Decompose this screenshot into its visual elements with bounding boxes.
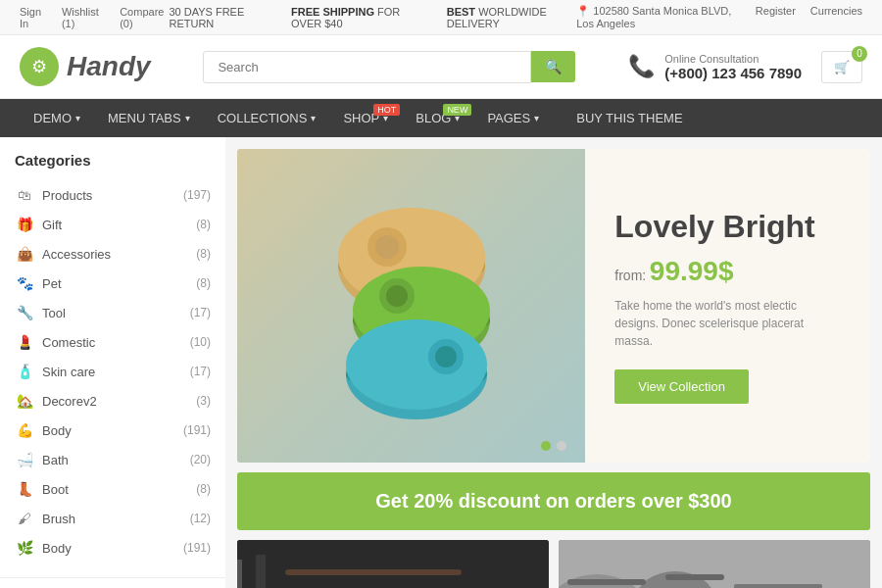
header-right: 📞 Online Consultation (+800) 123 456 789… xyxy=(628,51,862,83)
category-icon: 🐾 xyxy=(15,273,34,293)
category-name: Accessories xyxy=(42,247,111,262)
category-item[interactable]: 💪Body(191) xyxy=(15,416,211,445)
promo-delivery: BEST WORLDWIDE DELIVERY xyxy=(447,6,576,29)
category-name: Skin care xyxy=(42,365,95,379)
category-item[interactable]: 🐾Pet(8) xyxy=(15,269,211,298)
category-icon: 🛍 xyxy=(15,185,34,205)
svg-rect-28 xyxy=(285,569,462,575)
sidebar: Categories 🛍Products(197)🎁Gift(8)👜Access… xyxy=(0,137,225,588)
nav-buy-theme[interactable]: BUY THIS THEME xyxy=(563,99,696,137)
nav-menu-tabs[interactable]: MENU TABS ▾ xyxy=(94,99,204,137)
consultation: 📞 Online Consultation (+800) 123 456 789… xyxy=(628,53,802,81)
currencies-link[interactable]: Currencies xyxy=(810,5,862,29)
hero-from: from: xyxy=(614,268,646,283)
hero-price-row: from: 99.99$ xyxy=(614,256,841,287)
hero-text: Lovely Bright from: 99.99$ Take home the… xyxy=(585,149,870,463)
nav-pages[interactable]: PAGES ▾ xyxy=(473,99,553,137)
hero-price: 99.99$ xyxy=(650,256,734,286)
hero-banner: Lovely Bright from: 99.99$ Take home the… xyxy=(237,149,870,463)
dot-1[interactable] xyxy=(541,441,551,451)
category-item[interactable]: 🌿Body(191) xyxy=(15,533,211,563)
category-icon: 🖌 xyxy=(15,509,34,528)
search-input[interactable] xyxy=(203,51,531,83)
category-count: (17) xyxy=(190,365,211,378)
phone-icon: 📞 xyxy=(628,54,655,79)
dot-2[interactable] xyxy=(557,441,566,451)
svg-point-23 xyxy=(435,346,457,368)
compare-link[interactable]: Compare (0) xyxy=(120,6,169,29)
category-item[interactable]: 🧴Skin care(17) xyxy=(15,357,211,386)
category-name: Body xyxy=(42,423,72,438)
svg-rect-38 xyxy=(734,584,822,588)
bowls-svg xyxy=(274,169,549,443)
category-item[interactable]: 🛍Products(197) xyxy=(15,180,211,210)
category-item[interactable]: 👢Boot(8) xyxy=(15,474,211,504)
category-item[interactable]: 🏡Decorev2(3) xyxy=(15,386,211,416)
category-list: 🛍Products(197)🎁Gift(8)👜Accessories(8)🐾Pe… xyxy=(15,180,211,563)
consultation-details: Online Consultation (+800) 123 456 7890 xyxy=(664,53,802,81)
category-icon: 🎁 xyxy=(15,215,34,234)
logo-icon: ⚙ xyxy=(20,47,59,86)
category-count: (8) xyxy=(196,218,211,231)
category-count: (191) xyxy=(183,541,211,555)
consultation-label: Online Consultation xyxy=(664,53,802,65)
category-icon: 🧴 xyxy=(15,362,34,381)
category-item[interactable]: 👜Accessories(8) xyxy=(15,239,211,269)
hot-badge: HOT xyxy=(373,104,400,116)
category-name: Brush xyxy=(42,512,75,526)
logo-text: Handy xyxy=(67,51,151,82)
svg-rect-26 xyxy=(237,560,242,588)
view-collection-button[interactable]: View Collection xyxy=(614,369,749,404)
nav-blog[interactable]: BLOG ▾NEW xyxy=(402,99,473,137)
svg-rect-27 xyxy=(256,555,266,588)
category-count: (10) xyxy=(190,335,211,349)
category-name: Tool xyxy=(42,306,66,320)
category-count: (8) xyxy=(196,276,211,290)
top-bar-promos: 30 DAYS FREE RETURN FREE SHIPPING FOR OV… xyxy=(169,6,576,29)
category-count: (3) xyxy=(196,394,211,408)
nav-shop[interactable]: SHOP ▾HOT xyxy=(329,99,402,137)
bottom-images xyxy=(237,540,870,588)
svg-point-18 xyxy=(386,285,408,307)
wishlist-link[interactable]: Wishlist (1) xyxy=(62,6,105,29)
category-item[interactable]: 🖌Brush(12) xyxy=(15,504,211,533)
category-item[interactable]: 🔧Tool(17) xyxy=(15,298,211,327)
hero-headline: Lovely Bright xyxy=(614,208,841,245)
category-name: Decorev2 xyxy=(42,394,97,409)
category-count: (191) xyxy=(183,423,211,437)
category-name: Gift xyxy=(42,218,62,232)
promo-return: 30 DAYS FREE RETURN xyxy=(169,6,271,29)
register-link[interactable]: Register xyxy=(756,5,796,29)
category-item[interactable]: 🎁Gift(8) xyxy=(15,210,211,239)
bottom-image-left xyxy=(237,540,549,588)
nav-demo[interactable]: DEMO ▾ xyxy=(20,99,94,137)
category-name: Bath xyxy=(42,453,69,467)
logo[interactable]: ⚙ Handy xyxy=(20,47,151,86)
category-count: (8) xyxy=(196,482,211,496)
hero-image xyxy=(237,149,585,463)
cart-badge: 0 xyxy=(852,46,867,62)
svg-point-13 xyxy=(375,235,399,259)
address: 📍 102580 Santa Monica BLVD, Los Angeles xyxy=(576,5,741,29)
categories-section: Categories 🛍Products(197)🎁Gift(8)👜Access… xyxy=(0,137,225,578)
category-count: (17) xyxy=(190,306,211,319)
signin-link[interactable]: Sign In xyxy=(20,6,47,29)
cart-button[interactable]: 🛒 0 xyxy=(821,51,862,83)
category-icon: 🌿 xyxy=(15,538,34,558)
svg-rect-36 xyxy=(567,579,646,585)
nav-collections[interactable]: COLLECTIONS ▾ xyxy=(204,99,330,137)
search-button[interactable]: 🔍 xyxy=(531,51,575,82)
main-content: Categories 🛍Products(197)🎁Gift(8)👜Access… xyxy=(0,137,882,588)
promo-banner[interactable]: Get 20% discount on orders over $300 xyxy=(237,472,870,530)
categories-title: Categories xyxy=(15,152,211,169)
category-count: (20) xyxy=(190,453,211,466)
category-name: Boot xyxy=(42,482,69,497)
category-icon: 💪 xyxy=(15,420,34,440)
category-item[interactable]: 🛁Bath(20) xyxy=(15,445,211,474)
header: ⚙ Handy 🔍 📞 Online Consultation (+800) 1… xyxy=(0,35,882,99)
top-bar-right: 📍 102580 Santa Monica BLVD, Los Angeles … xyxy=(576,5,862,29)
category-item[interactable]: 💄Comestic(10) xyxy=(15,327,211,357)
category-icon: 👢 xyxy=(15,479,34,499)
category-name: Comestic xyxy=(42,335,95,350)
top-bar: Sign In Wishlist (1) Compare (0) 30 DAYS… xyxy=(0,0,882,35)
